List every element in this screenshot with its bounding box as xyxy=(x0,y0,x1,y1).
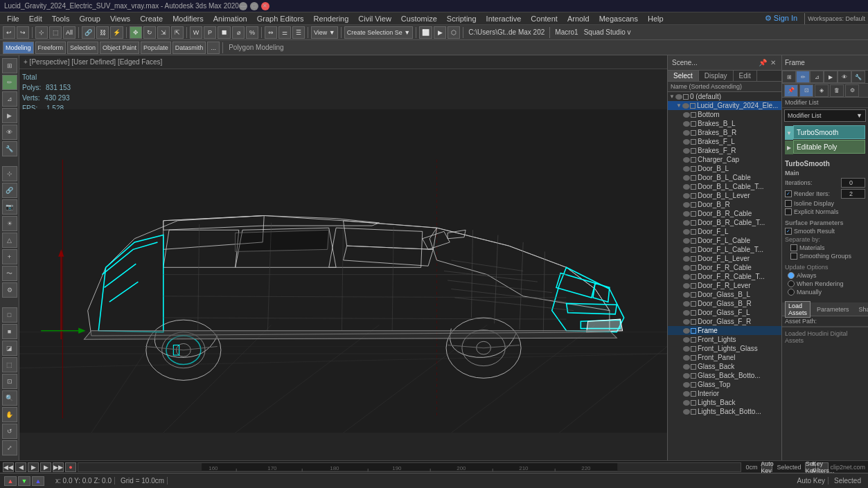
tree-door-bl-lever[interactable]: Door_B_L_Lever xyxy=(668,191,781,200)
tree-brakes-bl[interactable]: Brakes_B_L xyxy=(668,119,781,128)
turbosmooth-expand-toggle[interactable]: ▼ xyxy=(785,126,793,140)
maximize-button[interactable]: □ xyxy=(250,2,258,10)
modifier-list-dropdown[interactable]: Modifier List ▼ xyxy=(784,109,866,122)
explicit-normals-check[interactable] xyxy=(785,208,792,215)
tree-brakes-fl[interactable]: Brakes_F_L xyxy=(668,137,781,146)
x-axis-btn[interactable]: ▲ xyxy=(4,476,17,486)
tree-glass-br[interactable]: Door_Glass_B_R xyxy=(668,299,781,308)
tree-door-fr-lever[interactable]: Door_F_R_Lever xyxy=(668,281,781,290)
tree-glass-back[interactable]: Glass_Back xyxy=(668,362,781,371)
undo-button[interactable]: ↩ xyxy=(3,26,15,39)
datasmith-tab[interactable]: Datasmith xyxy=(172,42,206,54)
menu-rendering[interactable]: Rendering xyxy=(310,14,353,24)
menu-tools[interactable]: Tools xyxy=(48,14,74,24)
menu-content[interactable]: Content xyxy=(526,14,562,24)
y-axis-btn[interactable]: ▼ xyxy=(18,476,30,486)
select-icon[interactable]: ⊹ xyxy=(2,166,17,181)
menu-interactive[interactable]: Interactive xyxy=(482,14,526,24)
tree-glass-fr[interactable]: Door_Glass_F_R xyxy=(668,317,781,326)
selection-tab[interactable]: Selection xyxy=(67,42,98,54)
modify-icon[interactable]: ✏ xyxy=(2,75,17,90)
viewport[interactable]: + [Perspective] [User Defined] [Edged Fa… xyxy=(19,55,667,473)
tree-door-fl[interactable]: Door_F_L xyxy=(668,227,781,236)
scene-state-icon[interactable]: ⬚ xyxy=(2,357,17,372)
menu-modifiers[interactable]: Modifiers xyxy=(168,14,208,24)
sign-in-button[interactable]: ⚙ Sign In xyxy=(761,13,801,24)
tree-front-lights[interactable]: Front_Lights xyxy=(668,335,781,344)
menu-scripting[interactable]: Scripting xyxy=(443,14,481,24)
menu-animation[interactable]: Animation xyxy=(209,14,251,24)
create-geo-icon[interactable]: ⊞ xyxy=(2,58,17,73)
load-assets-tab[interactable]: Load Assets xyxy=(785,301,811,318)
minimize-button[interactable]: — xyxy=(239,2,247,10)
menu-civil-view[interactable]: Civil View xyxy=(354,14,395,24)
scene-tree[interactable]: ▼ 0 (default) ▼ Lucid_Gravity_2024_Ele..… xyxy=(668,92,781,462)
select-region-button[interactable]: ⬚ xyxy=(49,26,62,39)
key-filters-button[interactable]: Key Filters... xyxy=(817,462,829,472)
tree-lights-back[interactable]: Lights_Back xyxy=(668,398,781,407)
mod-tab-create[interactable]: ⊞ xyxy=(782,71,796,83)
link-icon[interactable]: 🔗 xyxy=(2,183,17,198)
editable-poly-modifier[interactable]: Editable Poly xyxy=(793,140,865,154)
remove-modifier-button[interactable]: 🗑 xyxy=(830,84,844,97)
smooth-result-check[interactable] xyxy=(785,228,792,235)
helpers-icon[interactable]: + xyxy=(2,249,17,264)
isoline-check[interactable] xyxy=(785,200,792,207)
tree-door-bl-cable[interactable]: Door_B_L_Cable xyxy=(668,173,781,182)
menu-megascans[interactable]: Megascans xyxy=(595,14,642,24)
material-button[interactable]: ⬡ xyxy=(448,26,460,39)
tree-door-fl-cable-t[interactable]: Door_F_L_Cable_T... xyxy=(668,245,781,254)
render-iters-input[interactable] xyxy=(841,189,865,199)
display-icon[interactable]: 👁 xyxy=(2,125,17,140)
transform-ref-button[interactable]: W xyxy=(190,26,202,39)
scene-explorer-close[interactable]: ✕ xyxy=(769,59,777,67)
prev-frame-button[interactable]: ◀ xyxy=(15,462,26,472)
redo-button[interactable]: ↪ xyxy=(17,26,29,39)
menu-edit[interactable]: Edit xyxy=(25,14,46,24)
shader-tab[interactable]: Shader xyxy=(856,305,868,314)
go-to-end-button[interactable]: ▶▶ xyxy=(53,462,64,472)
scene-explorer-pin[interactable]: 📌 xyxy=(759,59,767,67)
autokey-button[interactable]: Auto Key xyxy=(761,462,772,472)
make-unique-button[interactable]: ◈ xyxy=(815,84,829,97)
configure-button[interactable]: ⚙ xyxy=(845,84,859,97)
tree-lights-back-bottom[interactable]: Lights_Back_Botto... xyxy=(668,407,781,416)
viewport-shading3[interactable]: ◪ xyxy=(2,341,17,356)
viewport-shading1[interactable]: □ xyxy=(2,307,17,323)
link-button[interactable]: 🔗 xyxy=(82,26,95,39)
maximize-vp-icon[interactable]: ⤢ xyxy=(2,440,17,455)
tree-door-br-cable[interactable]: Door_B_R_Cable xyxy=(668,209,781,218)
tree-door-bl[interactable]: Door_B_L xyxy=(668,164,781,173)
menu-group[interactable]: Group xyxy=(75,14,105,24)
viewport-canvas[interactable]: Total Polys: 831 153 Verts: 430 293 FPS:… xyxy=(19,69,667,473)
menu-arnold[interactable]: Arnold xyxy=(563,14,594,24)
scene-tab-display[interactable]: Display xyxy=(699,71,734,81)
render-setup-button[interactable]: ⬜ xyxy=(419,26,432,39)
pivot-button[interactable]: P xyxy=(204,26,216,39)
materials-check[interactable] xyxy=(790,244,797,251)
select-all-button[interactable]: All xyxy=(63,26,76,39)
tree-glass-fl[interactable]: Door_Glass_F_L xyxy=(668,308,781,317)
close-button[interactable]: ✕ xyxy=(261,2,269,10)
mod-tab-hierarchy[interactable]: ⊿ xyxy=(810,71,824,83)
motion-icon[interactable]: ▶ xyxy=(2,108,17,123)
mod-tab-utilities[interactable]: 🔧 xyxy=(851,71,865,83)
layer-button[interactable]: ☰ xyxy=(292,26,305,39)
record-button[interactable]: ● xyxy=(65,462,76,472)
tree-brakes-fr[interactable]: Brakes_F_R xyxy=(668,146,781,155)
menu-graph-editors[interactable]: Graph Editors xyxy=(253,14,308,24)
object-paint-tab[interactable]: Object Paint xyxy=(100,42,139,54)
tree-brakes-br[interactable]: Brakes_B_R xyxy=(668,128,781,137)
render-button[interactable]: ▶ xyxy=(434,26,446,39)
percent-snap-button[interactable]: % xyxy=(246,26,258,39)
tree-front-lights-glass[interactable]: Front_Lights_Glass xyxy=(668,344,781,353)
align-button[interactable]: ⚌ xyxy=(278,26,291,39)
orbit-icon[interactable]: ↺ xyxy=(2,424,17,439)
tree-door-br[interactable]: Door_B_R xyxy=(668,200,781,209)
render-iters-check[interactable] xyxy=(785,190,792,197)
iterations-input[interactable] xyxy=(841,178,865,188)
tree-layer-0[interactable]: ▼ 0 (default) xyxy=(668,92,781,101)
populate-tab[interactable]: Populate xyxy=(141,42,171,54)
selection-set-dropdown[interactable]: Create Selection Se ▼ xyxy=(344,26,413,39)
tree-door-br-cable-t[interactable]: Door_B_R_Cable_T... xyxy=(668,218,781,227)
